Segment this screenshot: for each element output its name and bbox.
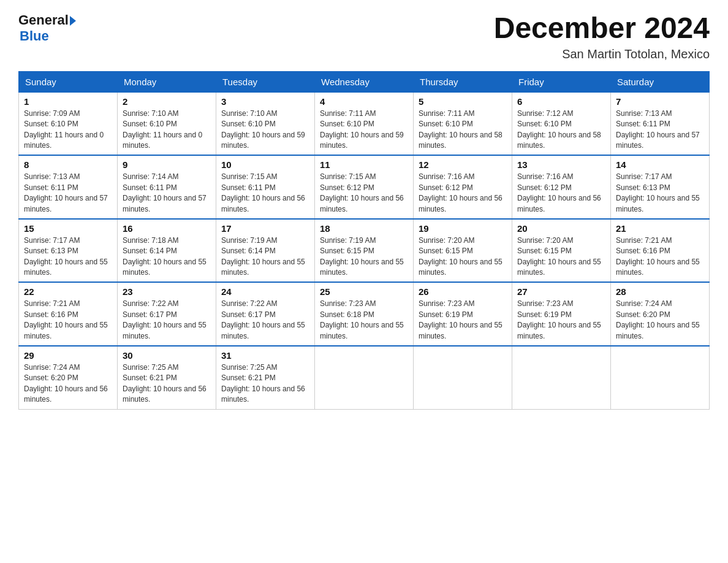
table-row: 27 Sunrise: 7:23 AMSunset: 6:19 PMDaylig… — [512, 282, 611, 346]
col-tuesday: Tuesday — [216, 71, 315, 92]
table-row: 7 Sunrise: 7:13 AMSunset: 6:11 PMDayligh… — [611, 92, 710, 155]
col-wednesday: Wednesday — [315, 71, 414, 92]
table-row: 2 Sunrise: 7:10 AMSunset: 6:10 PMDayligh… — [118, 92, 216, 155]
table-row: 4 Sunrise: 7:11 AMSunset: 6:10 PMDayligh… — [315, 92, 414, 155]
day-number: 21 — [616, 223, 704, 234]
table-row: 24 Sunrise: 7:22 AMSunset: 6:17 PMDaylig… — [216, 282, 315, 346]
day-info: Sunrise: 7:19 AMSunset: 6:15 PMDaylight:… — [320, 236, 404, 277]
day-info: Sunrise: 7:22 AMSunset: 6:17 PMDaylight:… — [123, 299, 207, 340]
day-number: 11 — [320, 159, 408, 170]
day-number: 6 — [517, 96, 605, 107]
day-number: 1 — [24, 96, 112, 107]
day-number: 24 — [221, 286, 309, 297]
day-number: 15 — [24, 223, 112, 234]
calendar-week-row: 8 Sunrise: 7:13 AMSunset: 6:11 PMDayligh… — [19, 155, 710, 219]
day-number: 23 — [123, 286, 211, 297]
day-info: Sunrise: 7:24 AMSunset: 6:20 PMDaylight:… — [616, 299, 700, 340]
table-row: 29 Sunrise: 7:24 AMSunset: 6:20 PMDaylig… — [19, 346, 118, 409]
table-row: 18 Sunrise: 7:19 AMSunset: 6:15 PMDaylig… — [315, 219, 414, 283]
header: General Blue December 2024 San Martin To… — [18, 12, 710, 61]
day-info: Sunrise: 7:21 AMSunset: 6:16 PMDaylight:… — [616, 236, 700, 277]
table-row: 19 Sunrise: 7:20 AMSunset: 6:15 PMDaylig… — [414, 219, 512, 283]
day-number: 31 — [221, 350, 309, 361]
day-info: Sunrise: 7:22 AMSunset: 6:17 PMDaylight:… — [221, 299, 305, 340]
table-row: 6 Sunrise: 7:12 AMSunset: 6:10 PMDayligh… — [512, 92, 611, 155]
day-info: Sunrise: 7:11 AMSunset: 6:10 PMDaylight:… — [419, 109, 502, 150]
day-number: 8 — [24, 159, 112, 170]
day-number: 13 — [517, 159, 605, 170]
day-number: 26 — [419, 286, 507, 297]
day-info: Sunrise: 7:23 AMSunset: 6:19 PMDaylight:… — [419, 299, 502, 340]
table-row: 31 Sunrise: 7:25 AMSunset: 6:21 PMDaylig… — [216, 346, 315, 409]
table-row: 3 Sunrise: 7:10 AMSunset: 6:10 PMDayligh… — [216, 92, 315, 155]
header-row: Sunday Monday Tuesday Wednesday Thursday… — [19, 71, 710, 92]
col-thursday: Thursday — [414, 71, 512, 92]
day-info: Sunrise: 7:13 AMSunset: 6:11 PMDaylight:… — [616, 109, 700, 150]
day-info: Sunrise: 7:17 AMSunset: 6:13 PMDaylight:… — [24, 236, 108, 277]
day-info: Sunrise: 7:20 AMSunset: 6:15 PMDaylight:… — [517, 236, 601, 277]
day-info: Sunrise: 7:14 AMSunset: 6:11 PMDaylight:… — [123, 172, 207, 213]
col-sunday: Sunday — [19, 71, 118, 92]
logo-blue-text: Blue — [20, 28, 49, 44]
table-row: 30 Sunrise: 7:25 AMSunset: 6:21 PMDaylig… — [118, 346, 216, 409]
day-number: 20 — [517, 223, 605, 234]
day-number: 18 — [320, 223, 408, 234]
col-monday: Monday — [118, 71, 216, 92]
table-row: 12 Sunrise: 7:16 AMSunset: 6:12 PMDaylig… — [414, 155, 512, 219]
table-row: 13 Sunrise: 7:16 AMSunset: 6:12 PMDaylig… — [512, 155, 611, 219]
day-number: 16 — [123, 223, 211, 234]
day-number: 28 — [616, 286, 704, 297]
day-info: Sunrise: 7:25 AMSunset: 6:21 PMDaylight:… — [123, 363, 207, 404]
table-row: 14 Sunrise: 7:17 AMSunset: 6:13 PMDaylig… — [611, 155, 710, 219]
day-info: Sunrise: 7:13 AMSunset: 6:11 PMDaylight:… — [24, 172, 108, 213]
day-number: 25 — [320, 286, 408, 297]
table-row: 28 Sunrise: 7:24 AMSunset: 6:20 PMDaylig… — [611, 282, 710, 346]
day-info: Sunrise: 7:20 AMSunset: 6:15 PMDaylight:… — [419, 236, 502, 277]
table-row: 11 Sunrise: 7:15 AMSunset: 6:12 PMDaylig… — [315, 155, 414, 219]
day-info: Sunrise: 7:21 AMSunset: 6:16 PMDaylight:… — [24, 299, 108, 340]
day-info: Sunrise: 7:12 AMSunset: 6:10 PMDaylight:… — [517, 109, 601, 150]
day-info: Sunrise: 7:25 AMSunset: 6:21 PMDaylight:… — [221, 363, 305, 404]
table-row: 25 Sunrise: 7:23 AMSunset: 6:18 PMDaylig… — [315, 282, 414, 346]
day-number: 3 — [221, 96, 309, 107]
day-number: 17 — [221, 223, 309, 234]
table-row: 15 Sunrise: 7:17 AMSunset: 6:13 PMDaylig… — [19, 219, 118, 283]
logo: General Blue — [18, 12, 76, 44]
day-info: Sunrise: 7:23 AMSunset: 6:19 PMDaylight:… — [517, 299, 601, 340]
table-row: 21 Sunrise: 7:21 AMSunset: 6:16 PMDaylig… — [611, 219, 710, 283]
day-number: 7 — [616, 96, 704, 107]
table-row: 23 Sunrise: 7:22 AMSunset: 6:17 PMDaylig… — [118, 282, 216, 346]
col-saturday: Saturday — [611, 71, 710, 92]
table-row: 9 Sunrise: 7:14 AMSunset: 6:11 PMDayligh… — [118, 155, 216, 219]
day-info: Sunrise: 7:24 AMSunset: 6:20 PMDaylight:… — [24, 363, 108, 404]
day-info: Sunrise: 7:11 AMSunset: 6:10 PMDaylight:… — [320, 109, 404, 150]
col-friday: Friday — [512, 71, 611, 92]
day-info: Sunrise: 7:09 AMSunset: 6:10 PMDaylight:… — [24, 109, 104, 150]
calendar-week-row: 29 Sunrise: 7:24 AMSunset: 6:20 PMDaylig… — [19, 346, 710, 409]
logo-arrow-icon — [70, 16, 76, 26]
day-info: Sunrise: 7:19 AMSunset: 6:14 PMDaylight:… — [221, 236, 305, 277]
location-subtitle: San Martin Totolan, Mexico — [494, 47, 710, 61]
day-info: Sunrise: 7:17 AMSunset: 6:13 PMDaylight:… — [616, 172, 700, 213]
calendar-week-row: 15 Sunrise: 7:17 AMSunset: 6:13 PMDaylig… — [19, 219, 710, 283]
day-number: 22 — [24, 286, 112, 297]
day-number: 10 — [221, 159, 309, 170]
table-row: 17 Sunrise: 7:19 AMSunset: 6:14 PMDaylig… — [216, 219, 315, 283]
table-row — [315, 346, 414, 409]
table-row — [512, 346, 611, 409]
title-area: December 2024 San Martin Totolan, Mexico — [494, 12, 710, 61]
table-row: 8 Sunrise: 7:13 AMSunset: 6:11 PMDayligh… — [19, 155, 118, 219]
table-row: 22 Sunrise: 7:21 AMSunset: 6:16 PMDaylig… — [19, 282, 118, 346]
table-row: 20 Sunrise: 7:20 AMSunset: 6:15 PMDaylig… — [512, 219, 611, 283]
day-info: Sunrise: 7:15 AMSunset: 6:12 PMDaylight:… — [320, 172, 404, 213]
day-number: 19 — [419, 223, 507, 234]
calendar-week-row: 1 Sunrise: 7:09 AMSunset: 6:10 PMDayligh… — [19, 92, 710, 155]
day-number: 29 — [24, 350, 112, 361]
calendar-week-row: 22 Sunrise: 7:21 AMSunset: 6:16 PMDaylig… — [19, 282, 710, 346]
day-info: Sunrise: 7:18 AMSunset: 6:14 PMDaylight:… — [123, 236, 207, 277]
table-row: 5 Sunrise: 7:11 AMSunset: 6:10 PMDayligh… — [414, 92, 512, 155]
day-info: Sunrise: 7:23 AMSunset: 6:18 PMDaylight:… — [320, 299, 404, 340]
day-info: Sunrise: 7:15 AMSunset: 6:11 PMDaylight:… — [221, 172, 305, 213]
table-row: 1 Sunrise: 7:09 AMSunset: 6:10 PMDayligh… — [19, 92, 118, 155]
day-number: 27 — [517, 286, 605, 297]
